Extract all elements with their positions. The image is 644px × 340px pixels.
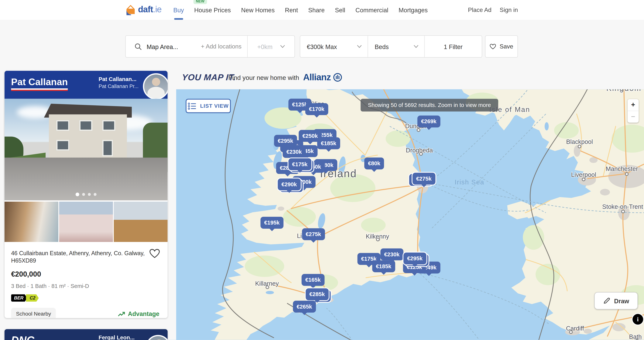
chevron-down-icon bbox=[414, 45, 418, 48]
price-marker[interactable]: €265k bbox=[293, 301, 316, 312]
save-search-button[interactable]: Save bbox=[485, 35, 518, 58]
carousel-dot[interactable] bbox=[82, 193, 85, 196]
listing-address: 46 Cullairbaun Estate, Athenry, Athenry,… bbox=[11, 249, 147, 264]
price-marker[interactable]: €165k bbox=[302, 274, 324, 286]
carousel-dots[interactable] bbox=[4, 193, 168, 196]
header-actions: Place Ad Sign in bbox=[468, 0, 518, 20]
city-dot-killarney bbox=[266, 285, 269, 289]
radius-dropdown[interactable]: +0km bbox=[247, 36, 294, 57]
city-dot-stoke-on-trent bbox=[621, 210, 625, 213]
daft-logo-text: daft.ie bbox=[138, 5, 162, 14]
price-marker[interactable]: €275k bbox=[412, 173, 436, 184]
price-filter-dropdown[interactable]: €300k Max bbox=[300, 36, 368, 57]
search-icon bbox=[135, 43, 142, 50]
agent-avatar bbox=[143, 73, 168, 100]
city-label-blackpool: Blackpool bbox=[566, 138, 593, 145]
carousel-dot[interactable] bbox=[94, 193, 96, 196]
beds-filter-dropdown[interactable]: Beds bbox=[368, 36, 424, 57]
price-marker[interactable]: €230k bbox=[380, 248, 403, 260]
price-marker[interactable]: €195k bbox=[260, 217, 283, 229]
city-label-liverpool: Liverpool bbox=[571, 171, 596, 178]
agent-names: Pat Callanan... Pat Callanan Pr... bbox=[99, 76, 138, 89]
place-ad-link[interactable]: Place Ad bbox=[468, 7, 491, 13]
allianz-eagle-icon bbox=[333, 73, 342, 82]
zoom-out-button[interactable]: − bbox=[628, 111, 639, 123]
price-marker[interactable]: €185k bbox=[317, 137, 340, 149]
thumbnail-bedroom[interactable] bbox=[59, 202, 113, 242]
allianz-logo: Allianz bbox=[303, 72, 342, 83]
list-icon bbox=[188, 102, 197, 110]
price-marker[interactable]: €185k bbox=[372, 260, 395, 272]
photo-thumbnails bbox=[4, 202, 168, 242]
price-marker[interactable]: €269k bbox=[418, 115, 440, 127]
agency-logo: Pat Callanan bbox=[11, 76, 68, 88]
favourite-heart-icon[interactable] bbox=[149, 249, 160, 260]
city-dot-blackpool bbox=[578, 145, 582, 148]
filters-box: €300k Max Beds 1 Filter bbox=[300, 35, 482, 58]
nav-item-rent[interactable]: Rent bbox=[285, 0, 298, 20]
price-marker[interactable]: €230k bbox=[283, 146, 306, 158]
property-photo[interactable] bbox=[4, 99, 168, 201]
new-badge: NEW bbox=[193, 0, 207, 4]
nav-item-new-homes[interactable]: New Homes bbox=[241, 0, 275, 20]
nav-item-commercial[interactable]: Commercial bbox=[356, 0, 388, 20]
results-toast: Showing 50 of 5692 results. Zoom in to v… bbox=[360, 99, 498, 111]
filter-count-button[interactable]: 1 Filter bbox=[424, 36, 482, 57]
carousel-dot[interactable] bbox=[76, 193, 79, 196]
chevron-down-icon bbox=[280, 45, 285, 48]
nav-item-mortgages[interactable]: Mortgages bbox=[398, 0, 428, 20]
price-marker[interactable]: €275k bbox=[302, 228, 325, 240]
search-input-value[interactable]: Map Area... bbox=[147, 43, 178, 50]
map-info-button[interactable]: i bbox=[632, 313, 644, 325]
location-search-box[interactable]: Map Area... + Add locations +0km bbox=[125, 35, 295, 58]
agency-banner: Pat Callanan Pat Callanan... Pat Callana… bbox=[4, 71, 168, 99]
price-marker[interactable]: €80k bbox=[364, 157, 384, 169]
draw-button[interactable]: Draw bbox=[594, 292, 638, 309]
map-overlay: IrelandIsle of ManKingdomIrish SeaSligoD… bbox=[176, 89, 644, 340]
price-marker[interactable]: €170k bbox=[305, 103, 328, 115]
sign-in-link[interactable]: Sign in bbox=[500, 7, 518, 13]
add-locations-button[interactable]: + Add locations bbox=[201, 43, 247, 50]
results-map[interactable]: IrelandIsle of ManKingdomIrish SeaSligoD… bbox=[176, 89, 644, 340]
city-dot-cardiff bbox=[569, 330, 573, 334]
city-dot-dundalk bbox=[417, 128, 420, 132]
price-marker[interactable]: €285k bbox=[306, 288, 328, 300]
agency-logo: DNG bbox=[11, 334, 35, 340]
city-label-manchester: Manchester bbox=[606, 165, 638, 172]
listing-details: 46 Cullairbaun Estate, Athenry, Athenry,… bbox=[4, 242, 168, 318]
city-dot-liverpool bbox=[582, 178, 586, 181]
listing-meta: 3 Bed · 1 Bath · 81 m² · Semi-D bbox=[11, 283, 160, 289]
nav-item-sell[interactable]: Sell bbox=[335, 0, 345, 20]
main-nav: BuyHouse PricesNEWNew HomesRentShareSell… bbox=[173, 0, 428, 20]
price-marker[interactable]: €175k bbox=[288, 158, 311, 170]
city-label-cardiff: Cardiff bbox=[566, 325, 584, 332]
agent-names: Fergal Leon... bbox=[99, 334, 135, 340]
map-zoom-control: + − bbox=[628, 99, 639, 123]
map-area-segment[interactable]: Map Area... + Add locations bbox=[126, 43, 247, 50]
list-view-button[interactable]: LIST VIEW bbox=[186, 99, 231, 113]
listing-card-next[interactable]: DNG Fergal Leon... bbox=[4, 329, 168, 340]
listing-card[interactable]: Pat Callanan Pat Callanan... Pat Callana… bbox=[4, 71, 168, 318]
price-marker[interactable]: €295k bbox=[404, 253, 426, 264]
daft-house-icon bbox=[125, 4, 136, 15]
nav-item-share[interactable]: Share bbox=[308, 0, 325, 20]
carousel-dot[interactable] bbox=[88, 193, 91, 196]
trending-up-icon bbox=[118, 311, 125, 317]
nav-item-house-prices[interactable]: House PricesNEW bbox=[194, 0, 231, 20]
nav-item-buy[interactable]: Buy bbox=[173, 0, 184, 20]
pencil-icon bbox=[603, 297, 610, 304]
daft-map-search-page: daft.ie BuyHouse PricesNEWNew HomesRentS… bbox=[0, 0, 644, 340]
city-dot-manchester bbox=[625, 172, 629, 176]
price-marker[interactable]: €290k bbox=[278, 179, 301, 190]
agent-avatar bbox=[146, 335, 168, 340]
price-marker[interactable]: €295k bbox=[274, 135, 297, 146]
daft-logo[interactable]: daft.ie bbox=[125, 4, 162, 15]
banner-text: Find your new home with bbox=[228, 74, 299, 81]
house-body bbox=[49, 114, 127, 158]
zoom-in-button[interactable]: + bbox=[628, 99, 639, 111]
thumbnail-kitchen[interactable] bbox=[114, 202, 168, 242]
school-nearby-tag: School Nearby bbox=[11, 308, 56, 318]
city-dot-drogheda bbox=[419, 152, 423, 156]
city-dot-kilkenny bbox=[376, 238, 380, 241]
thumbnail-hallway[interactable] bbox=[4, 202, 58, 242]
